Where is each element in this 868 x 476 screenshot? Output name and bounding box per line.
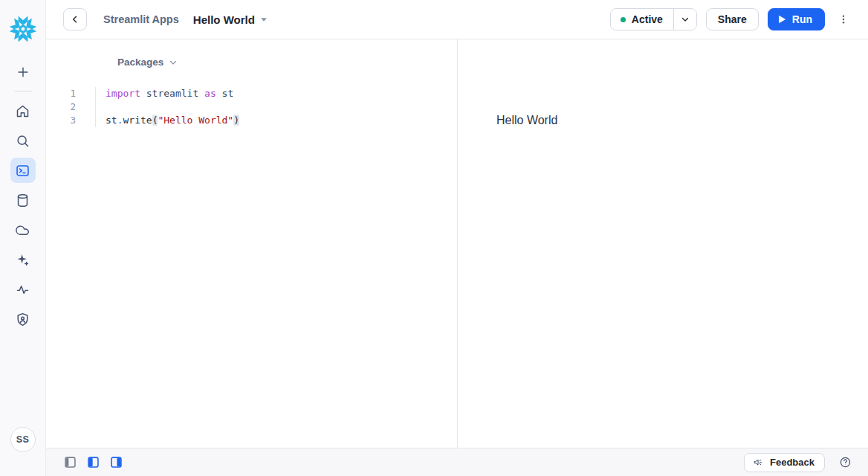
app-window: SS Streamlit Apps Hello World	[0, 0, 868, 476]
cloud-icon	[15, 222, 30, 238]
page-title: Hello World	[193, 13, 255, 26]
sparkles-icon	[15, 252, 30, 268]
sidebar-item-admin[interactable]	[10, 306, 36, 332]
sidebar-item-home[interactable]	[10, 98, 36, 123]
code-line[interactable]: 3st.write("Hello World")	[46, 114, 457, 127]
help-button[interactable]	[838, 456, 852, 469]
line-number: 3	[46, 114, 96, 127]
content-split: Packages 1import streamlit as st23st.wri…	[46, 39, 868, 448]
chevron-down-icon	[681, 15, 690, 24]
code-line[interactable]: 1import streamlit as st	[46, 87, 457, 100]
status-button[interactable]: Active	[611, 9, 673, 30]
status-dropdown-button[interactable]	[673, 9, 696, 30]
code-editor-pane: Packages 1import streamlit as st23st.wri…	[46, 39, 458, 448]
play-icon	[778, 15, 786, 24]
chevron-down-icon	[169, 58, 178, 67]
run-button[interactable]: Run	[768, 8, 825, 30]
share-label: Share	[718, 13, 747, 25]
chevron-left-icon	[70, 14, 80, 25]
shield-person-icon	[15, 312, 30, 327]
layout-preview-icon	[111, 457, 122, 468]
header: Streamlit Apps Hello World Active	[46, 0, 868, 39]
caret-down-icon	[260, 17, 268, 22]
more-options-button[interactable]	[834, 8, 853, 30]
sidebar-item-new[interactable]	[10, 60, 36, 85]
user-avatar[interactable]: SS	[10, 427, 36, 452]
sidebar-item-cloud[interactable]	[10, 217, 36, 242]
plus-icon	[16, 65, 30, 80]
footer-bar: Feedback	[46, 448, 868, 476]
status-dot	[621, 17, 626, 22]
terminal-icon	[15, 163, 30, 178]
sidebar-item-ai[interactable]	[10, 247, 36, 272]
header-actions: Active Share Run	[610, 8, 853, 30]
sidebar-divider	[14, 91, 32, 91]
packages-dropdown[interactable]: Packages	[117, 57, 178, 68]
sidebar-item-data[interactable]	[10, 187, 36, 213]
sidebar-nav	[10, 98, 36, 332]
home-icon	[15, 103, 30, 119]
kebab-menu-icon	[838, 13, 849, 26]
sidebar-item-search[interactable]	[10, 128, 36, 153]
sidebar-item-projects[interactable]	[10, 158, 36, 183]
back-button[interactable]	[63, 8, 87, 30]
status-label: Active	[632, 13, 663, 25]
app-output-text: Hello World	[496, 114, 557, 127]
help-circle-icon	[839, 456, 852, 469]
layout-editor-icon	[65, 457, 76, 468]
feedback-label: Feedback	[770, 457, 814, 468]
sidebar-item-activity[interactable]	[10, 277, 36, 302]
layout-split-button[interactable]	[87, 457, 99, 469]
database-icon	[15, 193, 30, 208]
app-title-dropdown[interactable]: Hello World	[193, 13, 268, 26]
activity-icon	[15, 282, 30, 298]
packages-label: Packages	[117, 57, 163, 68]
line-number: 1	[46, 87, 96, 100]
layout-preview-only-button[interactable]	[110, 457, 122, 469]
status-split-button: Active	[610, 8, 697, 30]
code-lines[interactable]: 1import streamlit as st23st.write("Hello…	[46, 87, 457, 127]
footer-right: Feedback	[744, 453, 852, 472]
layout-split-icon	[88, 457, 99, 468]
sidebar: SS	[0, 0, 46, 476]
layout-toggle-group	[64, 457, 122, 469]
feedback-button[interactable]: Feedback	[744, 453, 825, 472]
megaphone-icon	[752, 457, 765, 468]
line-content: st.write("Hello World")	[96, 114, 239, 127]
line-content: import streamlit as st	[96, 87, 233, 100]
layout-editor-only-button[interactable]	[64, 457, 76, 469]
line-content	[96, 100, 106, 114]
code-line[interactable]: 2	[46, 100, 457, 114]
snowflake-logo[interactable]	[9, 15, 37, 43]
run-label: Run	[792, 13, 812, 25]
share-button[interactable]: Share	[706, 8, 759, 30]
search-icon	[15, 133, 30, 149]
breadcrumb[interactable]: Streamlit Apps	[103, 13, 179, 25]
snowflake-icon	[9, 15, 37, 43]
app-preview-pane: Hello World	[458, 39, 868, 448]
main-column: Streamlit Apps Hello World Active	[46, 0, 868, 476]
line-number: 2	[46, 100, 96, 114]
